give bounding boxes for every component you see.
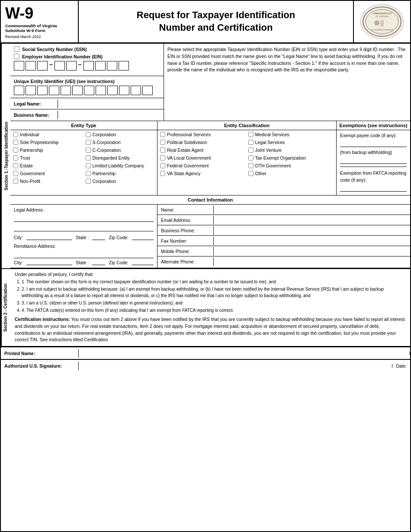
entity-section: Entity Type Individual Corporation bbox=[10, 121, 410, 195]
entity-c-corp-checkbox[interactable] bbox=[86, 147, 91, 153]
tin-digit-2[interactable] bbox=[26, 61, 36, 71]
entity-government-checkbox[interactable] bbox=[13, 171, 18, 176]
entity-partnership2-checkbox[interactable] bbox=[86, 171, 91, 176]
uei-2[interactable] bbox=[26, 86, 36, 95]
business-phone-input[interactable] bbox=[214, 229, 410, 232]
signature-label: Authorized U.S. Signature: bbox=[1, 362, 79, 370]
uei-12[interactable] bbox=[142, 86, 153, 95]
contact-info-col: Name: Email Address: Business Phone: bbox=[157, 205, 410, 268]
class-tax-exempt-label: Tax Exempt Organization bbox=[255, 155, 306, 160]
class-other-checkbox[interactable] bbox=[248, 171, 254, 176]
remit-state-input[interactable] bbox=[92, 260, 105, 265]
entity-disregarded-checkbox[interactable] bbox=[86, 155, 91, 160]
fatca-line[interactable] bbox=[340, 186, 407, 192]
uei-4[interactable] bbox=[49, 86, 59, 95]
name-row: Name: bbox=[157, 205, 410, 215]
tin-digit-6[interactable] bbox=[83, 61, 94, 71]
uei-1[interactable] bbox=[14, 86, 24, 95]
legal-address-input[interactable] bbox=[14, 214, 154, 222]
entity-corporation2: Corporation bbox=[86, 179, 155, 184]
name-input[interactable] bbox=[214, 208, 410, 212]
tin-digit-8[interactable] bbox=[107, 61, 117, 71]
entity-corporation2-checkbox[interactable] bbox=[86, 179, 91, 184]
class-real-estate-checkbox[interactable] bbox=[160, 147, 165, 153]
tin-digit-1[interactable] bbox=[14, 61, 24, 71]
uei-11[interactable] bbox=[131, 86, 141, 95]
class-prof-services-checkbox[interactable] bbox=[160, 132, 165, 137]
entity-trust-checkbox[interactable] bbox=[13, 155, 18, 160]
class-row-5: Federal Government OTH Government bbox=[160, 163, 334, 168]
entity-individual-label: Individual bbox=[20, 132, 39, 137]
ein-row: Employer Identification Number (EIN) bbox=[14, 54, 160, 59]
class-federal-gov-checkbox[interactable] bbox=[160, 163, 165, 168]
exempt-payee-line[interactable] bbox=[340, 141, 407, 147]
remit-city-input[interactable] bbox=[26, 260, 72, 265]
mobile-input[interactable] bbox=[214, 250, 410, 253]
class-medical-checkbox[interactable] bbox=[248, 132, 254, 137]
entity-estate: Estate bbox=[13, 163, 82, 168]
class-tax-exempt-checkbox[interactable] bbox=[248, 155, 254, 160]
entity-nonprofit-checkbox[interactable] bbox=[13, 179, 18, 184]
uei-9[interactable] bbox=[107, 86, 118, 95]
class-oth-gov-checkbox[interactable] bbox=[248, 163, 254, 168]
remit-zip-label: Zip Code: bbox=[109, 260, 128, 265]
class-va-state-checkbox[interactable] bbox=[160, 171, 165, 176]
class-joint-venture-checkbox[interactable] bbox=[248, 147, 254, 153]
tin-digit-5[interactable] bbox=[66, 61, 77, 71]
entity-type-body: Individual Corporation Sole Proprietorsh… bbox=[10, 130, 157, 188]
legal-address-label: Legal Address: bbox=[14, 207, 154, 212]
exempt-payee-label: Exempt payee code (if any): bbox=[340, 132, 407, 139]
tin-digit-9[interactable] bbox=[119, 61, 129, 71]
entity-estate-checkbox[interactable] bbox=[13, 163, 18, 168]
backup-withholding-line[interactable] bbox=[340, 158, 407, 164]
remit-zip-input[interactable] bbox=[132, 260, 154, 265]
tin-digit-3[interactable] bbox=[37, 61, 48, 71]
state-input[interactable] bbox=[92, 235, 105, 240]
class-legal-checkbox[interactable] bbox=[248, 140, 254, 145]
class-row-6: VA State Agency Other bbox=[160, 171, 334, 176]
uei-7[interactable] bbox=[84, 86, 94, 95]
fax-input[interactable] bbox=[214, 239, 410, 243]
class-va-local-checkbox[interactable] bbox=[160, 155, 165, 160]
signature-input[interactable] bbox=[79, 364, 392, 368]
entity-row-5: Estate Limited Liability Company bbox=[13, 163, 154, 168]
tin-digit-7[interactable] bbox=[95, 61, 106, 71]
remit-address-input[interactable] bbox=[14, 250, 154, 258]
class-row-4: VA Local Government Tax Exempt Organizat… bbox=[160, 155, 334, 160]
entity-partnership: Partnership bbox=[13, 147, 82, 153]
ssn-checkbox[interactable] bbox=[14, 46, 19, 52]
entity-sole-prop-checkbox[interactable] bbox=[13, 140, 18, 145]
entity-llc-checkbox[interactable] bbox=[86, 163, 91, 168]
entity-s-corp-label: S-Corporation bbox=[93, 140, 121, 145]
uei-3[interactable] bbox=[37, 86, 48, 95]
uei-8[interactable] bbox=[96, 86, 106, 95]
tin-digit-4[interactable] bbox=[55, 61, 65, 71]
cert-text: You must cross out item 2 above if you h… bbox=[15, 317, 405, 342]
city-input[interactable] bbox=[26, 235, 72, 240]
entity-trust: Trust bbox=[13, 155, 82, 160]
zip-input[interactable] bbox=[132, 235, 154, 240]
entity-nonprofit-label: Non-Profit bbox=[20, 179, 40, 184]
email-input[interactable] bbox=[214, 218, 410, 222]
entity-partnership-checkbox[interactable] bbox=[13, 147, 18, 153]
uei-6[interactable] bbox=[72, 86, 83, 95]
printed-name-input[interactable] bbox=[79, 352, 410, 355]
entity-corporation-checkbox[interactable] bbox=[86, 132, 91, 137]
class-medical: Medical Services bbox=[248, 132, 334, 137]
legal-address-input-2[interactable] bbox=[14, 224, 154, 231]
uei-10[interactable] bbox=[119, 86, 129, 95]
remittance-label: Remittance Address: bbox=[14, 244, 154, 249]
alternate-input[interactable] bbox=[214, 260, 410, 263]
entity-individual-checkbox[interactable] bbox=[13, 132, 18, 137]
entity-individual: Individual bbox=[13, 132, 82, 137]
tin-boxes: – – bbox=[14, 61, 160, 71]
class-political-checkbox[interactable] bbox=[160, 140, 165, 145]
entity-government: Government bbox=[13, 171, 82, 176]
entity-s-corp-checkbox[interactable] bbox=[86, 140, 91, 145]
ssn-row: Social Security Number (SSN) bbox=[14, 46, 160, 52]
business-name-value[interactable] bbox=[58, 113, 164, 117]
ein-checkbox[interactable] bbox=[14, 54, 19, 59]
name-label: Name: bbox=[157, 205, 214, 214]
legal-name-value[interactable] bbox=[58, 102, 164, 106]
uei-5[interactable] bbox=[61, 86, 71, 95]
